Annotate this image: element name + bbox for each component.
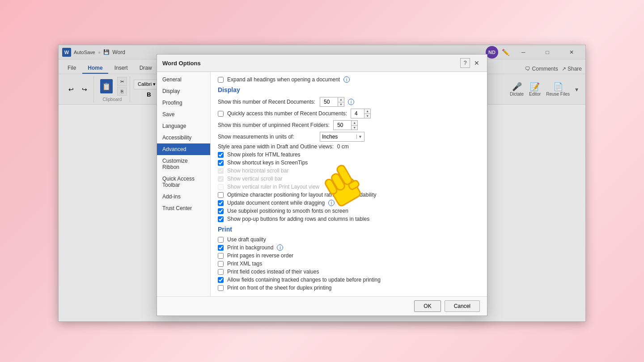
print-front-row: Print on front of the sheet for duplex p… (218, 285, 480, 291)
nav-item-quick-access[interactable]: Quick Access Toolbar (157, 173, 210, 191)
subpixel-checkbox[interactable] (218, 208, 224, 214)
print-front-label: Print on front of the sheet for duplex p… (227, 285, 331, 291)
xml-tags-row: Print XML tags (218, 261, 480, 267)
allow-fields-checkbox[interactable] (218, 277, 224, 283)
dialog-titlebar: Word Options ? ✕ (157, 55, 487, 72)
update-doc-row: Update document content while dragging i (218, 200, 480, 206)
draft-quality-label: Use draft quality (227, 236, 266, 243)
quick-access-checkbox[interactable] (218, 111, 224, 117)
quick-access-row: Quickly access this number of Recent Doc… (218, 109, 480, 118)
draft-quality-checkbox[interactable] (218, 237, 224, 243)
vertical-ruler-checkbox[interactable] (218, 184, 224, 190)
print-section-header: Print (218, 226, 480, 234)
allow-fields-label: Allow fields containing tracked changes … (227, 277, 381, 283)
recent-docs-label: Show this number of Recent Documents: (218, 99, 316, 105)
expand-headings-info-icon[interactable]: i (343, 76, 350, 83)
show-shortcut-keys-label: Show shortcut keys in ScreenTips (227, 160, 308, 166)
nav-item-display[interactable]: Display (157, 85, 210, 97)
dialog-close-button[interactable]: ✕ (472, 58, 482, 68)
word-app-window: W AutoSave ● 💾 Word ND ✏️ ─ □ ✕ File Hom… (58, 45, 586, 322)
update-doc-info-icon[interactable]: i (328, 200, 335, 206)
ok-button[interactable]: OK (414, 300, 441, 312)
optimize-char-checkbox[interactable] (218, 192, 224, 198)
expand-headings-label: Expand all headings when opening a docum… (227, 76, 340, 83)
horizontal-scroll-row: Show horizontal scroll bar (218, 168, 480, 174)
dialog-title-buttons: ? ✕ (460, 58, 482, 68)
quick-access-arrows: ▲ ▼ (364, 109, 370, 118)
display-section-header: Display (218, 86, 480, 94)
recent-folders-spinner[interactable]: ▲ ▼ (333, 120, 358, 130)
print-background-checkbox[interactable] (218, 245, 224, 251)
recent-docs-spinner[interactable]: ▲ ▼ (320, 97, 344, 107)
reverse-order-label: Print pages in reverse order (227, 253, 293, 259)
recent-docs-down[interactable]: ▼ (338, 102, 344, 107)
style-area-label: Style area pane width in Draft and Outli… (218, 143, 334, 150)
recent-docs-row: Show this number of Recent Documents: ▲ … (218, 97, 480, 107)
dialog-help-button[interactable]: ? (460, 58, 470, 68)
dialog-footer: OK Cancel (157, 296, 487, 316)
show-pixels-label: Show pixels for HTML features (227, 152, 301, 158)
expand-heading-row: Expand all headings when opening a docum… (218, 76, 480, 83)
allow-fields-row: Allow fields containing tracked changes … (218, 277, 480, 283)
nav-item-proofing[interactable]: Proofing (157, 97, 210, 109)
dialog-content: Expand all headings when opening a docum… (211, 72, 487, 296)
dialog-overlay: Word Options ? ✕ General Display Proofin… (59, 45, 585, 321)
nav-item-trust-center[interactable]: Trust Center (157, 202, 210, 214)
update-doc-checkbox[interactable] (218, 200, 224, 206)
quick-access-down[interactable]: ▼ (364, 114, 370, 118)
style-area-row: Style area pane width in Draft and Outli… (218, 143, 480, 150)
print-background-info-icon[interactable]: i (277, 244, 283, 251)
quick-access-spinner[interactable]: ▲ ▼ (351, 109, 371, 118)
quick-access-input[interactable] (353, 110, 365, 117)
nav-item-addins[interactable]: Add-ins (157, 191, 210, 202)
reverse-order-checkbox[interactable] (218, 253, 224, 259)
nav-item-accessibility[interactable]: Accessibility (157, 132, 210, 143)
update-doc-label: Update document content while dragging (227, 200, 325, 206)
popup-buttons-checkbox[interactable] (218, 216, 224, 222)
word-options-dialog: Word Options ? ✕ General Display Proofin… (157, 54, 487, 316)
print-background-row: Print in background i (218, 244, 480, 251)
recent-docs-arrows: ▲ ▼ (338, 97, 344, 106)
nav-item-customize-ribbon[interactable]: Customize Ribbon (157, 155, 210, 173)
recent-docs-info-icon[interactable]: i (348, 99, 354, 105)
show-pixels-checkbox[interactable] (218, 152, 224, 158)
style-area-value: 0 cm (337, 143, 349, 150)
recent-docs-input[interactable] (322, 99, 339, 105)
reverse-order-row: Print pages in reverse order (218, 253, 480, 259)
dialog-body: General Display Proofing Save Language A… (157, 72, 487, 296)
horizontal-scroll-label: Show horizontal scroll bar (227, 168, 288, 174)
xml-tags-label: Print XML tags (227, 261, 262, 267)
dialog-nav: General Display Proofing Save Language A… (157, 72, 211, 296)
horizontal-scroll-checkbox[interactable] (218, 168, 224, 174)
nav-item-general[interactable]: General (157, 74, 210, 85)
recent-folders-down[interactable]: ▼ (352, 126, 357, 130)
quick-access-up[interactable]: ▲ (364, 109, 370, 114)
nav-item-language[interactable]: Language (157, 120, 210, 132)
print-front-checkbox[interactable] (218, 285, 224, 291)
measurements-arrow: ▼ (356, 135, 362, 139)
quick-access-label: Quickly access this number of Recent Doc… (227, 110, 347, 117)
show-shortcut-keys-checkbox[interactable] (218, 160, 224, 166)
cancel-button[interactable]: Cancel (445, 300, 480, 312)
show-shortcut-keys-row: Show shortcut keys in ScreenTips (218, 160, 480, 166)
recent-folders-up[interactable]: ▲ (352, 121, 357, 126)
recent-folders-row: Show this number of unpinned Recent Fold… (218, 120, 480, 130)
vertical-scroll-label: Show vertical scroll bar (227, 176, 282, 182)
vertical-ruler-label: Show vertical ruler in Print Layout view (227, 184, 319, 190)
dialog-title: Word Options (162, 60, 201, 67)
nav-item-save[interactable]: Save (157, 109, 210, 120)
recent-docs-up[interactable]: ▲ (338, 97, 344, 102)
xml-tags-checkbox[interactable] (218, 261, 224, 267)
measurements-select[interactable]: Inches ▼ (320, 132, 364, 142)
subpixel-row: Use subpixel positioning to smooth fonts… (218, 208, 480, 214)
expand-headings-checkbox[interactable] (218, 77, 224, 83)
recent-folders-input[interactable] (335, 122, 352, 128)
field-codes-row: Print field codes instead of their value… (218, 269, 480, 275)
popup-buttons-label: Show pop-up buttons for adding rows and … (227, 216, 369, 222)
vertical-scroll-checkbox[interactable] (218, 176, 224, 182)
nav-item-advanced[interactable]: Advanced (157, 143, 210, 155)
measurements-row: Show measurements in units of: Inches ▼ (218, 132, 480, 142)
draft-quality-row: Use draft quality (218, 236, 480, 243)
field-codes-checkbox[interactable] (218, 269, 224, 275)
optimize-char-row: Optimize character positioning for layou… (218, 192, 480, 198)
